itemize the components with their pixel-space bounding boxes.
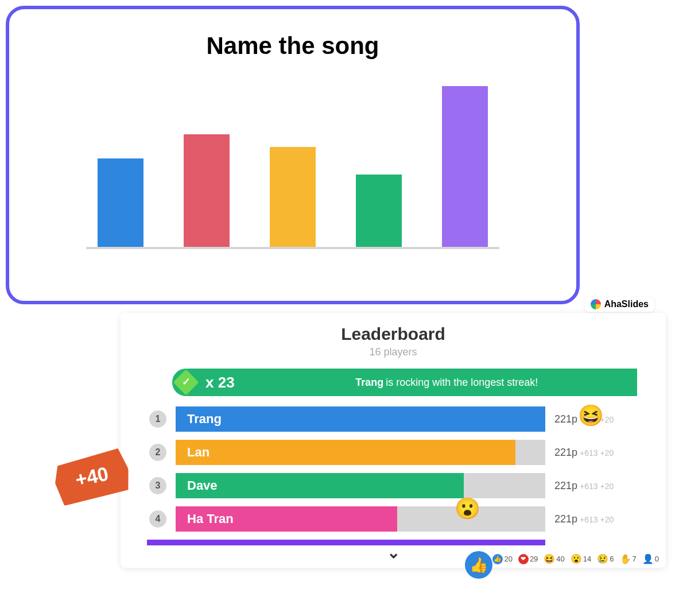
brand-text: AhaSlides — [604, 299, 649, 309]
score-bar-fill: Ha Tran — [176, 506, 397, 532]
streak-bar: x 23 Trang is rocking with the longest s… — [172, 369, 637, 396]
score-bar-fill: Lan — [176, 440, 515, 465]
streak-message: Trang is rocking with the longest streak… — [245, 369, 637, 396]
leaderboard-subtitle: 16 players — [121, 346, 666, 358]
reaction-item[interactable]: 😆40 — [544, 553, 564, 564]
reaction-icon: 😢 — [597, 553, 608, 564]
streak-text: is rocking with the longest streak! — [386, 377, 538, 389]
reaction-count: 0 — [655, 555, 659, 563]
reaction-count: 7 — [633, 555, 637, 563]
reaction-icon: 👤 — [642, 553, 654, 564]
score-bar-track: Trang — [176, 406, 545, 432]
chart-card: Name the song — [6, 6, 580, 304]
reactions-bar: 👍20❤29😆40😮14😢6✋7👤0 — [492, 553, 659, 564]
chart-bar — [98, 158, 143, 247]
score-label: 221p+613+20 — [545, 513, 637, 525]
brand-icon — [591, 299, 601, 309]
reaction-item[interactable]: 😢6 — [597, 553, 614, 564]
leaderboard-row: 4Ha Tran221p+613+20 — [149, 506, 637, 532]
chart-bar — [270, 147, 316, 247]
score-bar-fill: Trang — [176, 406, 545, 432]
chart-bar — [356, 175, 402, 247]
chart-title: Name the song — [32, 32, 553, 60]
score-label: 221p+613+20 — [545, 447, 637, 459]
chart-bar — [184, 134, 230, 247]
chart-area — [86, 88, 499, 261]
wow-emoji-icon: 😮 — [453, 495, 481, 522]
score-bar-track: Lan — [176, 440, 545, 465]
streak-gem-icon — [172, 369, 200, 396]
reaction-icon: 😮 — [571, 553, 582, 564]
reaction-icon: 😆 — [544, 553, 555, 564]
leaderboard-row: 3Dave221p+613+20 — [149, 473, 637, 498]
chart-bar — [442, 86, 488, 247]
leaderboard-rows: 1Trang221p+613+202Lan221p+613+203Dave221… — [149, 406, 637, 532]
reaction-count: 14 — [583, 555, 591, 563]
reaction-count: 20 — [504, 555, 512, 563]
reaction-count: 6 — [610, 555, 614, 563]
reaction-icon: ❤ — [518, 554, 529, 564]
brand-badge: AhaSlides — [585, 297, 654, 312]
streak-name: Trang — [355, 377, 383, 389]
rank-badge: 1 — [149, 410, 166, 428]
leaderboard-row: 2Lan221p+613+20 — [149, 440, 637, 465]
reaction-item[interactable]: 😮14 — [571, 553, 591, 564]
reaction-item[interactable]: ❤29 — [518, 554, 538, 564]
reaction-icon: 👍 — [492, 554, 503, 564]
reaction-item[interactable]: 👤0 — [642, 553, 659, 564]
laugh-emoji-icon: 😆 — [577, 402, 604, 429]
reaction-count: 29 — [530, 555, 538, 563]
leaderboard-title: Leaderboard — [121, 324, 666, 344]
chart-bars — [86, 88, 499, 249]
leaderboard-row: 1Trang221p+613+20 — [149, 406, 637, 432]
rank-badge: 3 — [149, 477, 166, 494]
rank-badge: 2 — [149, 444, 166, 461]
score-bar-track: Ha Tran — [176, 506, 545, 532]
reaction-count: 40 — [556, 555, 564, 563]
like-emoji-icon: 👍 — [465, 551, 492, 579]
score-bar-fill: Dave — [176, 473, 464, 498]
rank-badge: 4 — [149, 510, 166, 528]
leaderboard-card: AhaSlides Leaderboard 16 players x 23 Tr… — [121, 313, 666, 568]
reaction-icon: ✋ — [620, 553, 631, 564]
score-label: 221p+613+20 — [545, 480, 637, 492]
score-bar-track: Dave — [176, 473, 545, 498]
reaction-item[interactable]: ✋7 — [620, 553, 637, 564]
reaction-item[interactable]: 👍20 — [492, 554, 512, 564]
